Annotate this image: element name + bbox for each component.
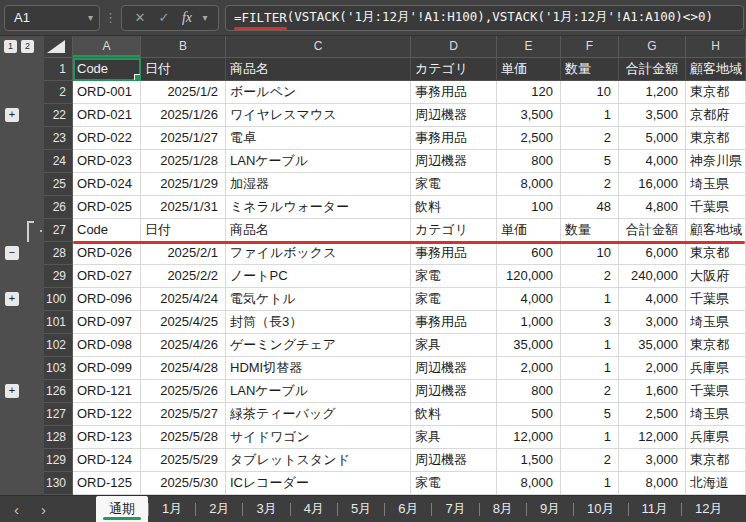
cell-h23[interactable]: 東京都: [686, 127, 746, 150]
sheet-tab-通期[interactable]: 通期: [96, 496, 148, 522]
cell-g102[interactable]: 35,000: [619, 334, 686, 357]
cell-g103[interactable]: 2,000: [619, 357, 686, 380]
cell-a23[interactable]: ORD-022: [73, 127, 141, 150]
cell-h2[interactable]: 東京都: [686, 81, 746, 104]
cell-g26[interactable]: 4,800: [619, 196, 686, 219]
cell-g129[interactable]: 3,000: [619, 449, 686, 472]
row-number-126[interactable]: 126: [44, 380, 73, 403]
row-number-27[interactable]: 27: [44, 219, 73, 242]
column-header-e[interactable]: E: [497, 36, 561, 58]
sheet-tab-3月[interactable]: 3月: [243, 496, 289, 522]
cell-e25[interactable]: 8,000: [497, 173, 561, 196]
row-number-23[interactable]: 23: [44, 127, 73, 150]
cell-a126[interactable]: ORD-121: [73, 380, 141, 403]
column-header-c[interactable]: C: [226, 36, 411, 58]
cell-b29[interactable]: 2025/2/2: [141, 265, 226, 288]
cell-c129[interactable]: タブレットスタンド: [226, 449, 411, 472]
cell-g24[interactable]: 4,000: [619, 150, 686, 173]
outline-expand-button[interactable]: +: [5, 108, 19, 122]
cell-d126[interactable]: 周辺機器: [411, 380, 497, 403]
cell-f102[interactable]: 1: [561, 334, 619, 357]
cell-c29[interactable]: ノートPC: [226, 265, 411, 288]
selected-cell-a1[interactable]: Code: [73, 58, 141, 81]
tab-scroll-left-icon[interactable]: ‹: [14, 502, 19, 517]
cell-c100[interactable]: 電気ケトル: [226, 288, 411, 311]
cell-d130[interactable]: 家電: [411, 472, 497, 495]
row-number-2[interactable]: 2: [44, 81, 73, 104]
cell-d27[interactable]: カテゴリ: [411, 219, 497, 242]
cell-h103[interactable]: 兵庫県: [686, 357, 746, 380]
cell-c24[interactable]: LANケーブル: [226, 150, 411, 173]
cell-e127[interactable]: 500: [497, 403, 561, 426]
sheet-tab-7月[interactable]: 7月: [432, 496, 478, 522]
cell-f1[interactable]: 数量: [561, 58, 619, 81]
cell-e28[interactable]: 600: [497, 242, 561, 265]
row-number-29[interactable]: 29: [44, 265, 73, 288]
cell-d24[interactable]: 周辺機器: [411, 150, 497, 173]
cell-d103[interactable]: 周辺機器: [411, 357, 497, 380]
cell-a22[interactable]: ORD-021: [73, 104, 141, 127]
cell-h26[interactable]: 千葉県: [686, 196, 746, 219]
cell-f22[interactable]: 1: [561, 104, 619, 127]
outline-expand-button[interactable]: +: [5, 292, 19, 306]
cell-b24[interactable]: 2025/1/28: [141, 150, 226, 173]
cell-e29[interactable]: 120,000: [497, 265, 561, 288]
sheet-tab-8月[interactable]: 8月: [480, 496, 526, 522]
cell-d101[interactable]: 事務用品: [411, 311, 497, 334]
cell-e1[interactable]: 単価: [497, 58, 561, 81]
cell-b22[interactable]: 2025/1/26: [141, 104, 226, 127]
column-header-a[interactable]: A: [73, 36, 141, 58]
cell-c25[interactable]: 加湿器: [226, 173, 411, 196]
cell-d129[interactable]: 周辺機器: [411, 449, 497, 472]
cell-b2[interactable]: 2025/1/2: [141, 81, 226, 104]
cell-d2[interactable]: 事務用品: [411, 81, 497, 104]
cell-b102[interactable]: 2025/4/26: [141, 334, 226, 357]
cell-f26[interactable]: 48: [561, 196, 619, 219]
cell-d25[interactable]: 家電: [411, 173, 497, 196]
cell-g101[interactable]: 3,000: [619, 311, 686, 334]
cell-h101[interactable]: 埼玉県: [686, 311, 746, 334]
cell-f126[interactable]: 2: [561, 380, 619, 403]
sheet-tab-4月[interactable]: 4月: [291, 496, 337, 522]
cell-c27[interactable]: 商品名: [226, 219, 411, 242]
cell-f127[interactable]: 5: [561, 403, 619, 426]
cell-h24[interactable]: 神奈川県: [686, 150, 746, 173]
cell-h102[interactable]: 東京都: [686, 334, 746, 357]
cell-h25[interactable]: 埼玉県: [686, 173, 746, 196]
cell-e100[interactable]: 4,000: [497, 288, 561, 311]
row-number-100[interactable]: 100: [44, 288, 73, 311]
cell-d29[interactable]: 家電: [411, 265, 497, 288]
cell-c126[interactable]: LANケーブル: [226, 380, 411, 403]
cell-b27[interactable]: 日付: [141, 219, 226, 242]
cell-f25[interactable]: 2: [561, 173, 619, 196]
cell-g28[interactable]: 6,000: [619, 242, 686, 265]
cell-f103[interactable]: 1: [561, 357, 619, 380]
cell-b128[interactable]: 2025/5/28: [141, 426, 226, 449]
sheet-tab-12月[interactable]: 12月: [682, 496, 735, 522]
formula-input[interactable]: =FILTER(VSTACK('1月:12月'!A1:H100),VSTACK(…: [225, 5, 744, 31]
cell-f24[interactable]: 5: [561, 150, 619, 173]
cell-a101[interactable]: ORD-097: [73, 311, 141, 334]
cell-d127[interactable]: 飲料: [411, 403, 497, 426]
cell-c28[interactable]: ファイルボックス: [226, 242, 411, 265]
cell-d128[interactable]: 家具: [411, 426, 497, 449]
cell-e26[interactable]: 100: [497, 196, 561, 219]
row-number-101[interactable]: 101: [44, 311, 73, 334]
cell-e27[interactable]: 単価: [497, 219, 561, 242]
row-number-128[interactable]: 128: [44, 426, 73, 449]
column-header-f[interactable]: F: [561, 36, 619, 58]
cell-c130[interactable]: ICレコーダー: [226, 472, 411, 495]
cell-g126[interactable]: 1,600: [619, 380, 686, 403]
cell-b23[interactable]: 2025/1/27: [141, 127, 226, 150]
cell-a24[interactable]: ORD-023: [73, 150, 141, 173]
cell-c22[interactable]: ワイヤレスマウス: [226, 104, 411, 127]
cell-c101[interactable]: 封筒（長3）: [226, 311, 411, 334]
cell-c102[interactable]: ゲーミングチェア: [226, 334, 411, 357]
row-number-103[interactable]: 103: [44, 357, 73, 380]
column-header-h[interactable]: H: [686, 36, 746, 58]
cell-e103[interactable]: 2,000: [497, 357, 561, 380]
select-all-button[interactable]: [44, 36, 73, 58]
row-number-102[interactable]: 102: [44, 334, 73, 357]
cell-e2[interactable]: 120: [497, 81, 561, 104]
cell-c23[interactable]: 電卓: [226, 127, 411, 150]
